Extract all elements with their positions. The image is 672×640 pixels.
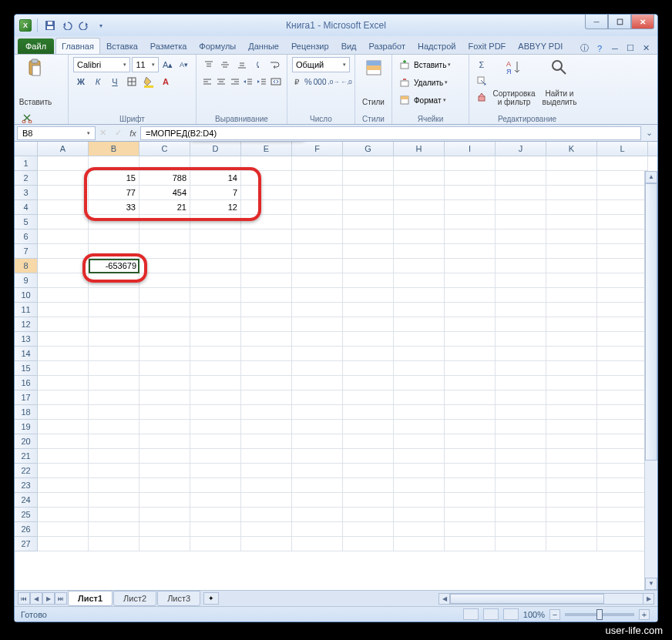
cell-A25[interactable] bbox=[38, 508, 89, 522]
increase-font-button[interactable]: A▴ bbox=[160, 57, 175, 72]
cell-B11[interactable] bbox=[89, 303, 139, 317]
cell-H15[interactable] bbox=[394, 361, 445, 376]
increase-decimal-button[interactable]: ,0→ bbox=[328, 74, 339, 89]
cell-A11[interactable] bbox=[38, 303, 89, 317]
increase-indent-button[interactable] bbox=[256, 74, 268, 89]
row-header-11[interactable]: 11 bbox=[15, 303, 38, 317]
cell-K4[interactable] bbox=[546, 200, 597, 215]
row-header-16[interactable]: 16 bbox=[15, 376, 38, 390]
cell-E16[interactable] bbox=[241, 376, 292, 390]
cell-D4[interactable]: 12 bbox=[190, 200, 241, 215]
cell-D17[interactable] bbox=[190, 390, 241, 405]
ribbon-tab-разметка[interactable]: Разметка bbox=[144, 38, 193, 54]
cell-K8[interactable] bbox=[546, 259, 597, 273]
cell-H7[interactable] bbox=[394, 244, 445, 259]
ribbon-tab-вид[interactable]: Вид bbox=[335, 38, 363, 54]
cell-G16[interactable] bbox=[343, 376, 394, 390]
new-sheet-button[interactable]: ✦ bbox=[203, 592, 219, 605]
cell-K7[interactable] bbox=[546, 244, 597, 259]
qat-customize[interactable]: ▾ bbox=[94, 18, 108, 32]
styles-button[interactable]: Стили bbox=[360, 57, 387, 108]
cell-C25[interactable] bbox=[139, 508, 190, 522]
cell-D22[interactable] bbox=[190, 464, 241, 478]
cell-E27[interactable] bbox=[241, 537, 292, 551]
cell-E26[interactable] bbox=[241, 522, 292, 537]
row-header-17[interactable]: 17 bbox=[15, 390, 38, 405]
ribbon-tab-данные[interactable]: Данные bbox=[242, 38, 285, 54]
cell-K10[interactable] bbox=[546, 288, 597, 303]
vertical-scrollbar[interactable]: ▲ ▼ bbox=[644, 171, 657, 590]
cell-I8[interactable] bbox=[445, 259, 496, 273]
row-header-20[interactable]: 20 bbox=[15, 434, 38, 449]
row-header-24[interactable]: 24 bbox=[15, 493, 38, 508]
sheet-tab-Лист1[interactable]: Лист1 bbox=[68, 591, 113, 606]
cell-G13[interactable] bbox=[343, 332, 394, 347]
cell-F15[interactable] bbox=[292, 361, 343, 376]
cell-D16[interactable] bbox=[190, 376, 241, 390]
align-right-button[interactable] bbox=[229, 74, 241, 89]
cell-H9[interactable] bbox=[394, 273, 445, 288]
cell-I1[interactable] bbox=[445, 156, 496, 171]
cell-E24[interactable] bbox=[241, 493, 292, 508]
ribbon-tab-foxit pdf[interactable]: Foxit PDF bbox=[462, 38, 512, 54]
cell-E19[interactable] bbox=[241, 420, 292, 434]
cell-I5[interactable] bbox=[445, 215, 496, 230]
cell-C2[interactable]: 788 bbox=[139, 171, 190, 186]
cell-B24[interactable] bbox=[89, 493, 139, 508]
cell-D11[interactable] bbox=[190, 303, 241, 317]
cell-L1[interactable] bbox=[597, 156, 648, 171]
cell-C23[interactable] bbox=[139, 478, 190, 493]
cell-G5[interactable] bbox=[343, 215, 394, 230]
cell-D23[interactable] bbox=[190, 478, 241, 493]
cell-L27[interactable] bbox=[597, 537, 648, 551]
ribbon-tab-формулы[interactable]: Формулы bbox=[193, 38, 242, 54]
cell-K24[interactable] bbox=[546, 493, 597, 508]
expand-formula-bar-icon[interactable]: ⌄ bbox=[643, 128, 655, 138]
cell-D13[interactable] bbox=[190, 332, 241, 347]
cell-H22[interactable] bbox=[394, 464, 445, 478]
cell-C19[interactable] bbox=[139, 420, 190, 434]
cell-F4[interactable] bbox=[292, 200, 343, 215]
decrease-indent-button[interactable] bbox=[242, 74, 254, 89]
cell-K27[interactable] bbox=[546, 537, 597, 551]
cell-J9[interactable] bbox=[496, 273, 546, 288]
cell-A14[interactable] bbox=[38, 347, 89, 361]
row-header-22[interactable]: 22 bbox=[15, 464, 38, 478]
cell-C16[interactable] bbox=[139, 376, 190, 390]
cell-A13[interactable] bbox=[38, 332, 89, 347]
cell-E6[interactable] bbox=[241, 230, 292, 244]
row-header-9[interactable]: 9 bbox=[15, 273, 38, 288]
font-size-dropdown[interactable]: 11▾ bbox=[132, 57, 159, 72]
align-bottom-button[interactable] bbox=[234, 57, 249, 72]
cell-I24[interactable] bbox=[445, 493, 496, 508]
cell-C10[interactable] bbox=[139, 288, 190, 303]
cell-D18[interactable] bbox=[190, 405, 241, 420]
cell-H25[interactable] bbox=[394, 508, 445, 522]
cell-I21[interactable] bbox=[445, 449, 496, 464]
cell-H6[interactable] bbox=[394, 230, 445, 244]
cell-B21[interactable] bbox=[89, 449, 139, 464]
cell-J1[interactable] bbox=[496, 156, 546, 171]
ribbon-tab-abbyy pdi[interactable]: ABBYY PDI bbox=[512, 38, 569, 54]
mdi-restore-icon[interactable]: ☐ bbox=[625, 43, 636, 53]
cell-I7[interactable] bbox=[445, 244, 496, 259]
cell-F5[interactable] bbox=[292, 215, 343, 230]
cell-I3[interactable] bbox=[445, 186, 496, 200]
cell-L7[interactable] bbox=[597, 244, 648, 259]
cell-D8[interactable] bbox=[190, 259, 241, 273]
cell-G6[interactable] bbox=[343, 230, 394, 244]
cell-B26[interactable] bbox=[89, 522, 139, 537]
cell-F14[interactable] bbox=[292, 347, 343, 361]
cell-F3[interactable] bbox=[292, 186, 343, 200]
row-header-26[interactable]: 26 bbox=[15, 522, 38, 537]
cell-G22[interactable] bbox=[343, 464, 394, 478]
cell-D21[interactable] bbox=[190, 449, 241, 464]
cell-E13[interactable] bbox=[241, 332, 292, 347]
cell-H27[interactable] bbox=[394, 537, 445, 551]
border-button[interactable] bbox=[124, 74, 139, 89]
cell-I22[interactable] bbox=[445, 464, 496, 478]
save-button[interactable] bbox=[43, 18, 57, 32]
cell-B2[interactable]: 15 bbox=[89, 171, 139, 186]
cell-A18[interactable] bbox=[38, 405, 89, 420]
number-format-dropdown[interactable]: Общий▾ bbox=[292, 57, 350, 72]
